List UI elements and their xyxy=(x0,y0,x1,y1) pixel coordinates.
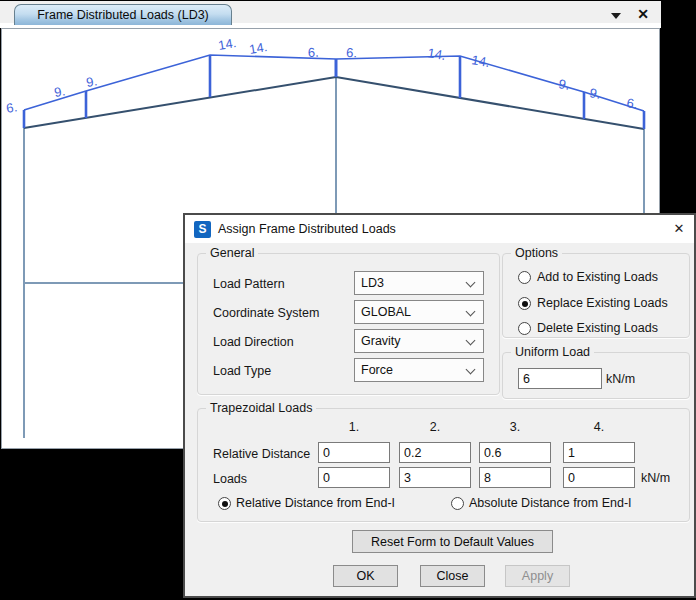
relative-distance-input-4[interactable] xyxy=(563,442,635,463)
dialog-title: Assign Frame Distributed Loads xyxy=(218,222,396,236)
loads-input-4[interactable] xyxy=(563,467,635,488)
load-pattern-value: LD3 xyxy=(361,276,384,290)
absolute-distance-from-end-i-label: Absolute Distance from End-I xyxy=(469,496,632,510)
load-value-label: 14. xyxy=(217,35,237,53)
tab-frame-distributed-loads[interactable]: Frame Distributed Loads (LD3) xyxy=(14,4,232,25)
load-value-label: 14. xyxy=(248,39,268,57)
chevron-down-icon xyxy=(466,336,476,346)
load-value-label: 6. xyxy=(5,99,18,116)
load-value-label: 14. xyxy=(471,52,491,70)
column-header-3: 3. xyxy=(479,420,551,434)
load-type-select[interactable]: Force xyxy=(354,358,484,382)
load-direction-label: Load Direction xyxy=(213,335,294,349)
close-button[interactable]: Close xyxy=(420,565,485,587)
load-pattern-select[interactable]: LD3 xyxy=(354,271,484,295)
general-group-legend: General xyxy=(206,246,258,260)
column-header-2: 2. xyxy=(399,420,471,434)
loads-input-1[interactable] xyxy=(318,467,390,488)
ok-button[interactable]: OK xyxy=(333,565,398,587)
add-to-existing-loads-label: Add to Existing Loads xyxy=(537,270,658,284)
load-value-label: 9. xyxy=(53,83,66,100)
load-type-label: Load Type xyxy=(213,364,271,378)
dialog-title-bar[interactable]: S Assign Frame Distributed Loads ✕ xyxy=(185,215,694,243)
general-group: General Load Pattern Coordinate System L… xyxy=(197,253,500,395)
uniform-load-group: Uniform Load kN/m xyxy=(502,352,690,399)
relative-distance-from-end-i-radio[interactable] xyxy=(218,497,231,510)
window-menu-caret-icon[interactable] xyxy=(611,13,621,19)
reset-form-button[interactable]: Reset Form to Default Values xyxy=(352,530,553,553)
uniform-load-unit: kN/m xyxy=(606,372,635,386)
load-pattern-label: Load Pattern xyxy=(213,277,285,291)
loads-row-label: Loads xyxy=(213,472,247,486)
options-group-legend: Options xyxy=(511,246,562,260)
chevron-down-icon xyxy=(466,365,476,375)
load-value-label: 14. xyxy=(427,45,447,63)
assign-frame-distributed-loads-dialog: S Assign Frame Distributed Loads ✕ Gener… xyxy=(183,213,696,598)
window-close-icon[interactable]: ✕ xyxy=(634,5,652,23)
uniform-load-group-legend: Uniform Load xyxy=(511,345,594,359)
load-value-label: 6. xyxy=(308,45,319,60)
relative-distance-input-1[interactable] xyxy=(318,442,390,463)
apply-button[interactable]: Apply xyxy=(505,565,570,587)
trapezoidal-loads-group: Trapezoidal Loads 1. 2. 3. 4. Relative D… xyxy=(197,408,690,522)
replace-existing-loads-radio[interactable] xyxy=(518,297,531,310)
absolute-distance-from-end-i-radio[interactable] xyxy=(451,497,464,510)
relative-distance-row-label: Relative Distance xyxy=(213,447,310,461)
load-value-label: 9. xyxy=(589,85,602,102)
add-to-existing-loads-radio[interactable] xyxy=(518,271,531,284)
replace-existing-loads-label: Replace Existing Loads xyxy=(537,296,668,310)
load-diagram xyxy=(24,55,644,129)
load-direction-value: Gravity xyxy=(361,334,401,348)
loads-input-3[interactable] xyxy=(479,467,551,488)
loads-input-2[interactable] xyxy=(399,467,471,488)
column-header-4: 4. xyxy=(563,420,635,434)
relative-distance-input-2[interactable] xyxy=(399,442,471,463)
relative-distance-from-end-i-label: Relative Distance from End-I xyxy=(236,496,395,510)
chevron-down-icon xyxy=(466,278,476,288)
load-value-label: 9. xyxy=(558,76,571,93)
delete-existing-loads-radio[interactable] xyxy=(518,322,531,335)
load-value-label: 9. xyxy=(85,73,98,90)
trapezoidal-loads-group-legend: Trapezoidal Loads xyxy=(206,401,316,415)
uniform-load-input[interactable] xyxy=(518,368,602,389)
rafter-lines xyxy=(24,77,644,129)
coordinate-system-select[interactable]: GLOBAL xyxy=(354,300,484,324)
load-direction-select[interactable]: Gravity xyxy=(354,329,484,353)
dialog-close-icon[interactable]: ✕ xyxy=(669,220,689,238)
delete-existing-loads-label: Delete Existing Loads xyxy=(537,321,658,335)
relative-distance-input-3[interactable] xyxy=(479,442,551,463)
sap2000-app-icon: S xyxy=(194,221,211,238)
coordinate-system-value: GLOBAL xyxy=(361,305,411,319)
chevron-down-icon xyxy=(466,307,476,317)
coordinate-system-label: Coordinate System xyxy=(213,306,319,320)
options-group: Options Add to Existing Loads Replace Ex… xyxy=(502,253,690,338)
column-header-1: 1. xyxy=(318,420,390,434)
load-value-label: 6. xyxy=(346,45,357,60)
loads-unit: kN/m xyxy=(641,471,670,485)
load-value-labels: 6. 9. 9. 14. 14. 6. 6. 14. 14. 9. 9. 6. xyxy=(5,35,639,116)
load-type-value: Force xyxy=(361,363,393,377)
